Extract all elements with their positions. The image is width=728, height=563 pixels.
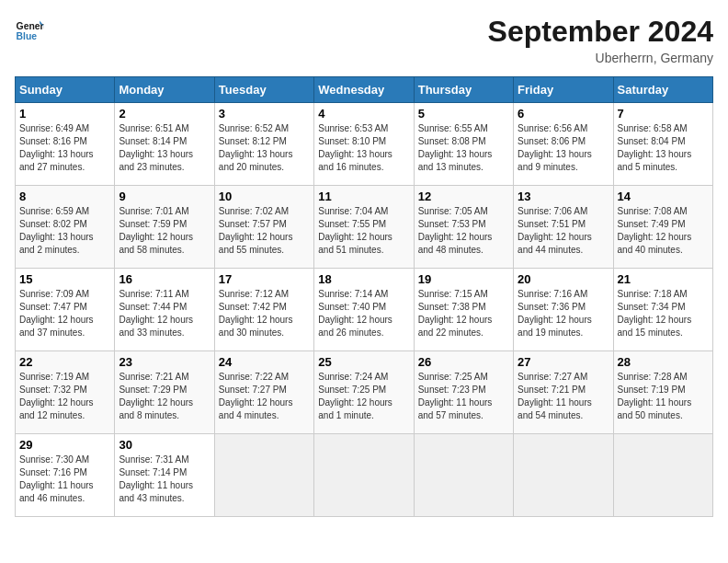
sunset: Sunset: 7:27 PM: [219, 385, 287, 395]
sunrise: Sunrise: 6:49 AM: [19, 123, 89, 133]
month-title: September 2024: [488, 15, 713, 49]
day-info: Sunrise: 7:27 AM Sunset: 7:21 PM Dayligh…: [518, 371, 609, 422]
sunset: Sunset: 7:14 PM: [119, 467, 187, 477]
day-number: 9: [119, 190, 210, 203]
sunset: Sunset: 7:23 PM: [418, 385, 486, 395]
daylight: Daylight: 12 hours and 40 minutes.: [618, 232, 692, 255]
table-row: [414, 434, 513, 517]
daylight: Daylight: 13 hours and 13 minutes.: [418, 149, 493, 172]
sunset: Sunset: 7:49 PM: [618, 219, 686, 229]
sunrise: Sunrise: 7:18 AM: [618, 289, 688, 299]
table-row: [514, 434, 613, 517]
table-row: 4 Sunrise: 6:53 AM Sunset: 8:10 PM Dayli…: [314, 103, 414, 186]
sunset: Sunset: 7:19 PM: [618, 385, 686, 395]
table-row: 16 Sunrise: 7:11 AM Sunset: 7:44 PM Dayl…: [115, 269, 214, 351]
sunrise: Sunrise: 6:55 AM: [418, 123, 488, 133]
sunrise: Sunrise: 7:06 AM: [518, 206, 587, 216]
day-info: Sunrise: 6:51 AM Sunset: 8:14 PM Dayligh…: [119, 122, 210, 174]
day-info: Sunrise: 7:06 AM Sunset: 7:51 PM Dayligh…: [518, 205, 609, 257]
day-info: Sunrise: 7:01 AM Sunset: 7:59 PM Dayligh…: [119, 205, 210, 257]
day-number: 18: [318, 272, 409, 286]
sunset: Sunset: 8:16 PM: [19, 136, 87, 146]
day-info: Sunrise: 7:14 AM Sunset: 7:40 PM Dayligh…: [318, 288, 409, 339]
day-number: 8: [19, 190, 110, 203]
day-info: Sunrise: 6:55 AM Sunset: 8:08 PM Dayligh…: [418, 122, 509, 174]
day-info: Sunrise: 6:52 AM Sunset: 8:12 PM Dayligh…: [219, 122, 310, 174]
table-row: 10 Sunrise: 7:02 AM Sunset: 7:57 PM Dayl…: [214, 186, 313, 269]
day-info: Sunrise: 7:31 AM Sunset: 7:14 PM Dayligh…: [119, 454, 210, 505]
day-number: 24: [219, 355, 310, 369]
daylight: Daylight: 13 hours and 27 minutes.: [19, 149, 94, 172]
daylight: Daylight: 11 hours and 54 minutes.: [518, 397, 592, 420]
sunset: Sunset: 8:10 PM: [318, 136, 386, 146]
table-row: 14 Sunrise: 7:08 AM Sunset: 7:49 PM Dayl…: [613, 186, 712, 269]
day-info: Sunrise: 7:30 AM Sunset: 7:16 PM Dayligh…: [19, 454, 110, 505]
table-row: 20 Sunrise: 7:16 AM Sunset: 7:36 PM Dayl…: [514, 269, 613, 351]
sunrise: Sunrise: 7:25 AM: [418, 372, 488, 382]
day-number: 22: [19, 355, 110, 369]
day-number: 16: [119, 272, 210, 286]
daylight: Daylight: 13 hours and 5 minutes.: [618, 149, 692, 172]
sunrise: Sunrise: 7:16 AM: [518, 289, 587, 299]
col-wednesday: Wednesday: [314, 77, 414, 103]
daylight: Daylight: 11 hours and 50 minutes.: [618, 397, 692, 420]
calendar-body: 1 Sunrise: 6:49 AM Sunset: 8:16 PM Dayli…: [16, 103, 713, 517]
day-info: Sunrise: 7:24 AM Sunset: 7:25 PM Dayligh…: [318, 371, 409, 422]
day-info: Sunrise: 7:11 AM Sunset: 7:44 PM Dayligh…: [119, 288, 210, 339]
table-row: 23 Sunrise: 7:21 AM Sunset: 7:29 PM Dayl…: [115, 351, 214, 434]
sunset: Sunset: 7:44 PM: [119, 302, 187, 312]
table-row: [613, 434, 712, 517]
daylight: Daylight: 12 hours and 26 minutes.: [318, 315, 392, 338]
daylight: Daylight: 13 hours and 16 minutes.: [318, 149, 392, 172]
day-info: Sunrise: 7:22 AM Sunset: 7:27 PM Dayligh…: [219, 371, 310, 422]
sunset: Sunset: 7:57 PM: [219, 219, 287, 229]
logo-icon: General Blue: [15, 15, 44, 44]
day-number: 11: [318, 190, 409, 203]
table-row: 22 Sunrise: 7:19 AM Sunset: 7:32 PM Dayl…: [16, 351, 115, 434]
table-row: 1 Sunrise: 6:49 AM Sunset: 8:16 PM Dayli…: [16, 103, 115, 186]
daylight: Daylight: 12 hours and 33 minutes.: [119, 315, 193, 338]
day-info: Sunrise: 6:59 AM Sunset: 8:02 PM Dayligh…: [19, 205, 110, 257]
day-number: 4: [318, 107, 409, 121]
day-number: 30: [119, 438, 210, 452]
table-row: 30 Sunrise: 7:31 AM Sunset: 7:14 PM Dayl…: [115, 434, 214, 517]
sunrise: Sunrise: 7:05 AM: [418, 206, 488, 216]
sunrise: Sunrise: 7:14 AM: [318, 289, 388, 299]
table-row: 26 Sunrise: 7:25 AM Sunset: 7:23 PM Dayl…: [414, 351, 513, 434]
sunset: Sunset: 7:21 PM: [518, 385, 586, 395]
day-number: 1: [19, 107, 110, 121]
sunset: Sunset: 7:32 PM: [19, 385, 87, 395]
day-info: Sunrise: 6:49 AM Sunset: 8:16 PM Dayligh…: [19, 122, 110, 174]
daylight: Daylight: 12 hours and 8 minutes.: [119, 397, 193, 420]
daylight: Daylight: 12 hours and 19 minutes.: [518, 315, 592, 338]
sunset: Sunset: 8:04 PM: [618, 136, 686, 146]
sunrise: Sunrise: 6:53 AM: [318, 123, 388, 133]
sunset: Sunset: 8:08 PM: [418, 136, 486, 146]
sunset: Sunset: 7:34 PM: [618, 302, 686, 312]
sunrise: Sunrise: 7:15 AM: [418, 289, 488, 299]
day-info: Sunrise: 7:15 AM Sunset: 7:38 PM Dayligh…: [418, 288, 509, 339]
day-number: 28: [618, 355, 709, 369]
day-info: Sunrise: 7:16 AM Sunset: 7:36 PM Dayligh…: [518, 288, 609, 339]
table-row: 15 Sunrise: 7:09 AM Sunset: 7:47 PM Dayl…: [16, 269, 115, 351]
table-row: 8 Sunrise: 6:59 AM Sunset: 8:02 PM Dayli…: [16, 186, 115, 269]
day-info: Sunrise: 7:08 AM Sunset: 7:49 PM Dayligh…: [618, 205, 709, 257]
sunrise: Sunrise: 7:31 AM: [119, 454, 188, 465]
sunset: Sunset: 7:38 PM: [418, 302, 486, 312]
svg-text:Blue: Blue: [17, 31, 38, 41]
day-number: 3: [219, 107, 310, 121]
daylight: Daylight: 12 hours and 22 minutes.: [418, 315, 493, 338]
sunrise: Sunrise: 7:08 AM: [618, 206, 688, 216]
table-row: 7 Sunrise: 6:58 AM Sunset: 8:04 PM Dayli…: [613, 103, 712, 186]
sunrise: Sunrise: 7:09 AM: [19, 289, 89, 299]
day-info: Sunrise: 7:04 AM Sunset: 7:55 PM Dayligh…: [318, 205, 409, 257]
table-row: 21 Sunrise: 7:18 AM Sunset: 7:34 PM Dayl…: [613, 269, 712, 351]
day-number: 21: [618, 272, 709, 286]
calendar-table: Sunday Monday Tuesday Wednesday Thursday…: [15, 76, 713, 517]
sunrise: Sunrise: 7:21 AM: [119, 372, 188, 382]
sunset: Sunset: 7:53 PM: [418, 219, 486, 229]
table-row: 6 Sunrise: 6:56 AM Sunset: 8:06 PM Dayli…: [514, 103, 613, 186]
day-number: 10: [219, 190, 310, 203]
table-row: [214, 434, 313, 517]
daylight: Daylight: 13 hours and 23 minutes.: [119, 149, 193, 172]
